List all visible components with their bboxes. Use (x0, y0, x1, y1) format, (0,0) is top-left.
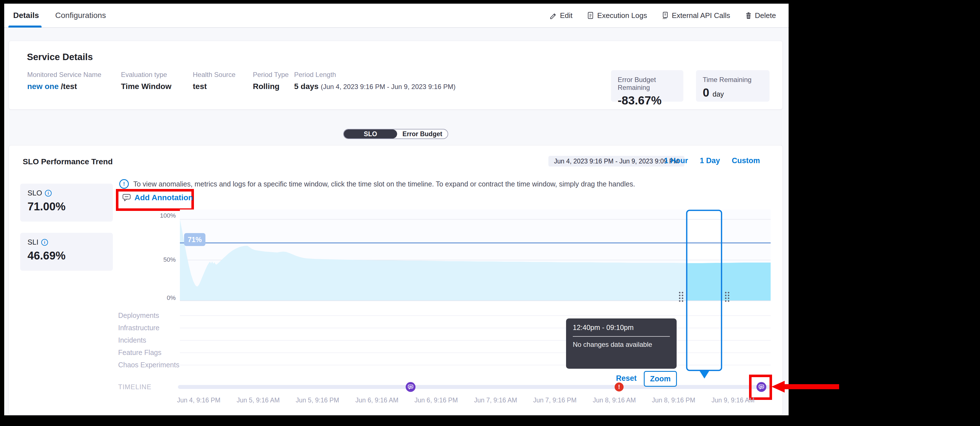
annotation-marker-icon[interactable] (406, 382, 416, 393)
x-tick: Jun 5, 9:16 AM (237, 397, 280, 404)
stat-label: Time Remaining (703, 76, 763, 84)
field-value: 5 days (294, 82, 318, 91)
x-tick: Jun 9, 9:16 AM (711, 397, 754, 404)
x-tick: Jun 7, 9:16 AM (474, 397, 517, 404)
field-period-type: Period Type Rolling (253, 71, 289, 91)
execution-logs-button[interactable]: Execution Logs (587, 11, 647, 20)
tooltip-divider (573, 336, 670, 337)
add-annotation-label: Add Annotation (134, 193, 193, 202)
tooltip-time-range: 12:40pm - 09:10pm (573, 324, 670, 332)
period-length-detail: (Jun 4, 2023 9:16 PM - Jun 9, 2023 9:16 … (321, 83, 455, 91)
y-tick-0: 0% (160, 294, 176, 302)
tab-details[interactable]: Details (13, 11, 39, 20)
field-period-length: Period Length 5 days (Jun 4, 2023 9:16 P… (294, 71, 455, 91)
stat-label: Error Budget Remaining (618, 76, 677, 91)
selection-drag-handle-left[interactable] (678, 291, 683, 302)
toggle-slo[interactable]: SLO (344, 129, 397, 139)
app-window: Details Configurations Edit Execution Lo… (4, 4, 789, 415)
y-tick-100: 100% (160, 212, 176, 219)
add-annotation-button[interactable]: Add Annotation (122, 193, 193, 203)
slo-kpi-value: 71.00% (27, 200, 105, 213)
x-tick: Jun 8, 9:16 AM (593, 397, 636, 404)
service-details-title: Service Details (27, 52, 93, 62)
row-label-deployments: Deployments (118, 311, 159, 319)
header-actions: Edit Execution Logs API External API Cal… (549, 4, 776, 27)
x-tick: Jun 6, 9:16 PM (415, 397, 458, 404)
external-api-calls-button[interactable]: API External API Calls (661, 11, 730, 20)
timeline-track[interactable] (178, 385, 771, 389)
changes-tooltip: 12:40pm - 09:10pm No changes data availa… (566, 318, 677, 369)
field-label: Evaluation type (121, 71, 172, 79)
row-label-incidents: Incidents (118, 336, 146, 344)
field-value: test (193, 82, 235, 91)
trend-title: SLO Performance Trend (23, 157, 113, 166)
row-label-infrastructure: Infrastructure (118, 324, 159, 332)
range-links: 1 Hour 1 Day Custom (664, 156, 760, 165)
field-monitored-service-name: Monitored Service Name new one /test (27, 71, 101, 91)
info-icon[interactable] (45, 190, 52, 196)
slo-target-badge: 71% (184, 233, 205, 246)
active-tab-underline (8, 26, 41, 27)
field-evaluation-type: Evaluation type Time Window (121, 71, 172, 91)
edit-button[interactable]: Edit (549, 11, 573, 20)
monitored-service-suffix: /test (61, 82, 77, 91)
api-document-icon: API (661, 11, 669, 19)
tab-bar: Details Configurations Edit Execution Lo… (4, 4, 789, 28)
pencil-icon (549, 11, 557, 19)
y-tick-50: 50% (160, 256, 176, 263)
execution-logs-label: Execution Logs (597, 11, 647, 20)
x-tick: Jun 6, 9:16 AM (355, 397, 398, 404)
sli-kpi-value: 46.69% (27, 249, 105, 262)
selection-pointer[interactable] (700, 371, 709, 378)
slo-kpi-card: SLO 71.00% (20, 183, 113, 222)
field-label: Monitored Service Name (27, 71, 101, 79)
reset-button[interactable]: Reset (616, 374, 637, 383)
range-1-hour[interactable]: 1 Hour (664, 156, 688, 165)
error-budget-remaining-box: Error Budget Remaining -83.67% (611, 70, 683, 102)
sli-kpi-label: SLI (27, 238, 38, 247)
tooltip-body: No changes data available (573, 341, 670, 348)
timeline-label: TIMELINE (118, 383, 151, 391)
field-label: Health Source (193, 71, 235, 79)
delete-label: Delete (755, 11, 776, 20)
error-marker-icon[interactable] (615, 383, 624, 391)
selection-drag-handle-right[interactable] (724, 291, 729, 302)
monitored-service-link[interactable]: new one (27, 82, 59, 91)
range-1-day[interactable]: 1 Day (700, 156, 720, 165)
error-budget-remaining-value: -83.67% (618, 94, 677, 107)
alert-circle-icon (119, 179, 129, 189)
time-remaining-value: 0 (703, 86, 709, 99)
field-value: Rolling (253, 82, 289, 91)
field-value: Time Window (121, 82, 172, 91)
tab-configurations[interactable]: Configurations (55, 11, 106, 20)
time-remaining-unit: day (713, 90, 724, 98)
trash-icon (744, 11, 752, 19)
svg-text:API: API (663, 17, 667, 19)
x-tick: Jun 5, 9:16 PM (296, 397, 339, 404)
document-icon (587, 11, 594, 19)
info-icon[interactable] (41, 239, 48, 246)
toggle-error-budget[interactable]: Error Budget (397, 129, 448, 139)
red-arrow-head (772, 381, 785, 392)
delete-button[interactable]: Delete (744, 11, 776, 20)
red-highlight-box-annotation-marker (749, 375, 772, 400)
view-toggle: SLO Error Budget (343, 129, 448, 139)
slo-trend-plot[interactable] (180, 209, 771, 371)
x-tick: Jun 7, 9:16 PM (533, 397, 577, 404)
range-custom[interactable]: Custom (732, 156, 760, 165)
sli-kpi-card: SLI 46.69% (20, 233, 113, 271)
tab-group: Details Configurations (13, 4, 106, 27)
edit-label: Edit (560, 11, 573, 20)
chat-bubble-icon (122, 193, 131, 203)
event-row-lines (180, 316, 771, 365)
x-tick: Jun 8, 9:16 PM (652, 397, 695, 404)
field-label: Period Type (253, 71, 289, 79)
x-tick: Jun 4, 9:16 PM (177, 397, 221, 404)
zoom-button[interactable]: Zoom (644, 371, 677, 387)
info-banner: To view anomalies, metrics and logs for … (119, 179, 709, 189)
info-message: To view anomalies, metrics and logs for … (133, 180, 635, 188)
field-label: Period Length (294, 71, 455, 79)
external-api-calls-label: External API Calls (672, 11, 730, 20)
slo-kpi-label: SLO (27, 189, 42, 198)
time-remaining-box: Time Remaining 0 day (696, 70, 770, 102)
